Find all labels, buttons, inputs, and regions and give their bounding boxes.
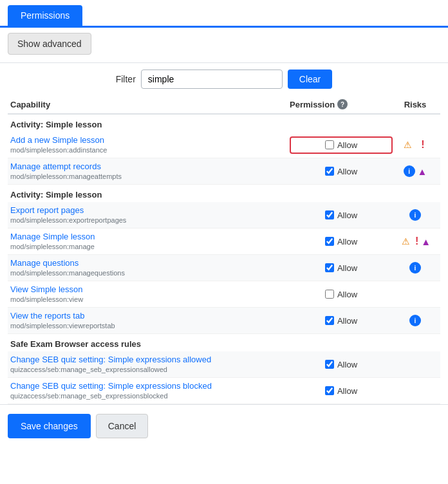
capability-code: mod/simplelesson:manage (10, 243, 95, 250)
capability-code: mod/simplelesson:exportreportpages (10, 216, 126, 224)
footer-buttons: Save changes Cancel (0, 404, 448, 447)
risk-exclamation-icon: ! (415, 236, 418, 247)
table-row: View the reports tab mod/simplelesson:vi… (8, 308, 440, 334)
capability-info: Add a new Simple lesson mod/simplelesson… (10, 135, 290, 154)
capability-info: Export report pages mod/simplelesson:exp… (10, 205, 290, 225)
allow-label: Allow (337, 360, 357, 369)
risk-warning-icon: ⚠ (401, 138, 414, 151)
permission-cell-seb-expressionsblocked: Allow (290, 386, 393, 396)
risks-cell-managequestions: i (393, 262, 438, 274)
risk-info-icon: i (404, 165, 415, 177)
table-row: Export report pages mod/simplelesson:exp… (8, 202, 440, 228)
col-capability-header: Capability (10, 100, 290, 109)
permission-cell-manage: Allow (290, 237, 393, 247)
permission-cell-manageattempts: Allow (290, 167, 393, 176)
risk-info-icon: i (409, 262, 421, 274)
allow-checkbox-seb-expressionsallowed[interactable] (325, 360, 334, 369)
risks-cell-viewreportstab: i (393, 315, 438, 326)
table-row: Manage attempt records mod/simplelesson:… (8, 158, 440, 185)
risks-cell-exportreportpages: i (393, 209, 438, 221)
allow-label: Allow (337, 167, 357, 176)
capability-code: quizaccess/seb:manage_seb_expressionsall… (10, 366, 167, 373)
permission-cell-view: Allow (290, 290, 393, 299)
capability-info: View Simple lesson mod/simplelesson:view (10, 284, 290, 304)
cancel-button[interactable]: Cancel (96, 414, 149, 438)
capability-link-addinstance[interactable]: Add a new Simple lesson (10, 135, 290, 145)
tab-permissions[interactable]: Permissions (8, 5, 82, 26)
risk-info-icon: i (409, 209, 421, 221)
allow-label: Allow (337, 263, 357, 273)
risk-warning-icon: ⚠ (400, 235, 413, 248)
capabilities-table: Capability Permission ? Risks Activity: … (0, 95, 448, 404)
allow-checkbox-seb-expressionsblocked[interactable] (325, 386, 334, 395)
capability-code: mod/simplelesson:view (10, 295, 83, 303)
permission-cell-seb-expressionsallowed: Allow (290, 360, 393, 369)
risk-exclamation-icon: ! (416, 138, 429, 151)
allow-label: Allow (337, 210, 357, 220)
allow-checkbox-manage[interactable] (325, 237, 334, 246)
capability-link-seb-expressionsblocked[interactable]: Change SEB quiz setting: Simple expressi… (10, 381, 290, 391)
capability-info: Change SEB quiz setting: Simple expressi… (10, 355, 290, 374)
risk-purple-triangle-icon: ▲ (421, 236, 431, 247)
allow-label: Allow (337, 386, 357, 396)
allow-label: Allow (337, 290, 357, 299)
clear-button[interactable]: Clear (288, 70, 332, 89)
capability-link-exportreportpages[interactable]: Export report pages (10, 205, 290, 215)
section-header-2: Activity: Simple lesson (8, 185, 440, 202)
capability-code: mod/simplelesson:manageattempts (10, 172, 122, 180)
capability-link-viewreportstab[interactable]: View the reports tab (10, 311, 290, 321)
table-row: Manage questions mod/simplelesson:manage… (8, 255, 440, 281)
filter-row: Filter Clear (0, 63, 448, 95)
tab-bar: Permissions (0, 5, 448, 28)
section-header-1: Activity: Simple lesson (8, 115, 440, 132)
capability-code: mod/simplelesson:addinstance (10, 146, 107, 154)
allow-checkbox-view[interactable] (325, 290, 334, 299)
risks-cell-manage: ⚠ ! ▲ (393, 235, 438, 248)
capability-link-view[interactable]: View Simple lesson (10, 284, 290, 294)
capability-code: mod/simplelesson:viewreportstab (10, 322, 115, 330)
top-bar: Show advanced (0, 28, 448, 63)
capability-link-manage[interactable]: Manage Simple lesson (10, 232, 290, 241)
risks-cell-manageattempts: i ▲ (393, 165, 438, 177)
risk-info-icon: i (409, 315, 421, 326)
capability-code: quizaccess/seb:manage_seb_expressionsblo… (10, 392, 168, 400)
show-advanced-button[interactable]: Show advanced (8, 33, 91, 55)
capability-info: Change SEB quiz setting: Simple expressi… (10, 381, 290, 400)
capability-link-seb-expressionsallowed[interactable]: Change SEB quiz setting: Simple expressi… (10, 355, 290, 364)
allow-checkbox-managequestions[interactable] (325, 263, 334, 272)
table-row: Manage Simple lesson mod/simplelesson:ma… (8, 228, 440, 255)
table-header: Capability Permission ? Risks (8, 95, 440, 115)
permission-help-icon[interactable]: ? (337, 99, 348, 109)
section-header-3: Safe Exam Browser access rules (8, 334, 440, 351)
table-row: Change SEB quiz setting: Simple expressi… (8, 378, 440, 404)
allow-checkbox-exportreportpages[interactable] (325, 210, 334, 219)
risks-cell-addinstance: ⚠ ! (393, 138, 438, 151)
capability-info: Manage Simple lesson mod/simplelesson:ma… (10, 232, 290, 251)
capability-info: Manage attempt records mod/simplelesson:… (10, 162, 290, 181)
allow-label: Allow (337, 316, 357, 326)
capability-code: mod/simplelesson:managequestions (10, 269, 125, 277)
table-row: View Simple lesson mod/simplelesson:view… (8, 281, 440, 308)
table-row: Add a new Simple lesson mod/simplelesson… (8, 132, 440, 158)
capability-link-manageattempts[interactable]: Manage attempt records (10, 162, 290, 171)
permission-cell-addinstance: Allow (290, 136, 393, 154)
allow-checkbox-manageattempts[interactable] (325, 167, 334, 176)
col-permission-header: Permission ? (290, 99, 393, 109)
col-risks-header: Risks (393, 100, 438, 109)
allow-checkbox-addinstance[interactable] (325, 140, 334, 149)
capability-info: Manage questions mod/simplelesson:manage… (10, 258, 290, 277)
save-changes-button[interactable]: Save changes (8, 414, 91, 438)
permission-cell-exportreportpages: Allow (290, 210, 393, 220)
permission-cell-managequestions: Allow (290, 263, 393, 273)
risk-purple-triangle-icon: ▲ (418, 166, 427, 177)
permission-cell-viewreportstab: Allow (290, 316, 393, 326)
table-row: Change SEB quiz setting: Simple expressi… (8, 351, 440, 378)
allow-checkbox-viewreportstab[interactable] (325, 316, 334, 325)
filter-input[interactable] (141, 70, 283, 89)
allow-label: Allow (337, 140, 357, 150)
filter-label: Filter (116, 74, 136, 84)
capability-link-managequestions[interactable]: Manage questions (10, 258, 290, 268)
capability-info: View the reports tab mod/simplelesson:vi… (10, 311, 290, 330)
allow-label: Allow (337, 237, 357, 247)
